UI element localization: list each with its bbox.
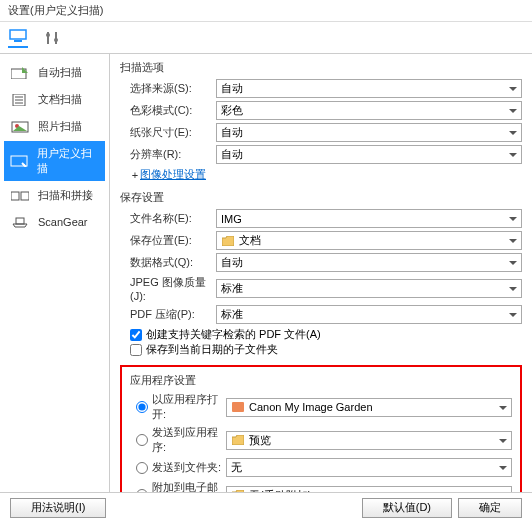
email-select[interactable]: 无(手动附加) [226,486,512,493]
sidebar-item-auto[interactable]: 自动扫描 [4,60,105,85]
svg-point-3 [54,38,58,42]
group-title: 应用程序设置 [130,373,512,388]
jpeg-label: JPEG 图像质量(J): [120,275,216,302]
scan-options-group: 扫描选项 选择来源(S): 自动 色彩模式(C): 彩色 纸张尺寸(E): 自动… [120,60,522,182]
defaults-button[interactable]: 默认值(D) [362,498,452,518]
color-select[interactable]: 彩色 [216,101,522,120]
format-select[interactable]: 自动 [216,253,522,272]
send-folder-select[interactable]: 无 [226,458,512,477]
sidebar-item-photo[interactable]: 照片扫描 [4,114,105,139]
bottom-bar: 用法说明(I) 默认值(D) 确定 [0,492,532,522]
sidebar-item-label: 文档扫描 [38,92,82,107]
expand-icon[interactable]: + [120,169,140,181]
content: 扫描选项 选择来源(S): 自动 色彩模式(C): 彩色 纸张尺寸(E): 自动… [110,54,532,492]
stitch-icon [10,189,30,203]
pdf-label: PDF 压缩(P): [120,307,216,322]
window-title: 设置(用户定义扫描) [0,0,532,22]
app-settings-highlight: 应用程序设置 以应用程序打开: Canon My Image Garden 发送… [120,365,522,492]
sidebar-item-label: 自动扫描 [38,65,82,80]
open-app-radio[interactable]: 以应用程序打开: [130,392,226,422]
location-label: 保存位置(E): [120,233,216,248]
email-radio[interactable]: 附加到电子邮件: [130,480,226,492]
location-select[interactable]: 文档 [216,231,522,250]
pdf-select[interactable]: 标准 [216,305,522,324]
scanner-icon [10,215,30,229]
format-label: 数据格式(Q): [120,255,216,270]
jpeg-select[interactable]: 标准 [216,279,522,298]
svg-rect-0 [10,30,26,39]
svg-rect-16 [232,402,244,412]
sidebar-item-scangear[interactable]: ScanGear [4,210,105,234]
sidebar-item-label: 扫描和拼接 [38,188,93,203]
resolution-select[interactable]: 自动 [216,145,522,164]
ok-button[interactable]: 确定 [458,498,522,518]
svg-point-2 [46,33,50,37]
send-app-radio[interactable]: 发送到应用程序: [130,425,226,455]
sidebar-item-doc[interactable]: 文档扫描 [4,87,105,112]
sidebar-item-custom[interactable]: 用户定义扫描 [4,141,105,181]
svg-rect-13 [11,192,19,200]
computer-icon[interactable] [8,28,28,48]
pdf-keyword-checkbox[interactable]: 创建支持关键字检索的 PDF 文件(A) [130,327,522,342]
paper-select[interactable]: 自动 [216,123,522,142]
sidebar: 自动扫描 文档扫描 照片扫描 用户定义扫描 扫描和拼接 ScanGear [0,54,110,492]
paper-label: 纸张尺寸(E): [120,125,216,140]
svg-rect-14 [21,192,29,200]
sidebar-item-label: ScanGear [38,216,88,228]
resolution-label: 分辨率(R): [120,147,216,162]
instructions-button[interactable]: 用法说明(I) [10,498,106,518]
app-icon [231,401,245,413]
custom-icon [10,154,29,168]
color-label: 色彩模式(C): [120,103,216,118]
svg-point-12 [23,164,25,166]
subfolder-checkbox[interactable]: 保存到当前日期的子文件夹 [130,342,522,357]
document-icon [10,93,30,107]
source-label: 选择来源(S): [120,81,216,96]
sidebar-item-label: 用户定义扫描 [37,146,99,176]
svg-rect-1 [14,40,22,42]
sidebar-item-label: 照片扫描 [38,119,82,134]
auto-icon [10,66,30,80]
open-app-select[interactable]: Canon My Image Garden [226,398,512,417]
save-settings-group: 保存设置 文件名称(E): IMG 保存位置(E): 文档 数据格式(Q): 自… [120,190,522,357]
folder-icon [221,235,235,247]
toolbar [0,22,532,54]
send-folder-radio[interactable]: 发送到文件夹: [130,460,226,475]
sidebar-item-stitch[interactable]: 扫描和拼接 [4,183,105,208]
group-title: 保存设置 [120,190,522,205]
folder-icon [231,489,245,492]
svg-rect-15 [16,218,24,224]
source-select[interactable]: 自动 [216,79,522,98]
group-title: 扫描选项 [120,60,522,75]
filename-input[interactable]: IMG [216,209,522,228]
image-processing-link[interactable]: 图像处理设置 [140,167,206,182]
filename-label: 文件名称(E): [120,211,216,226]
tools-icon[interactable] [42,28,62,48]
send-app-select[interactable]: 预览 [226,431,512,450]
folder-icon [231,434,245,446]
photo-icon [10,120,30,134]
